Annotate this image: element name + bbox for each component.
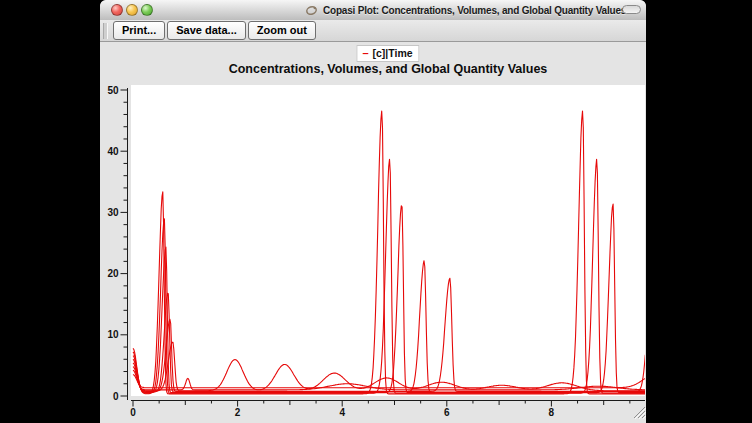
plot-canvas[interactable]: 0102030405002468 bbox=[100, 78, 646, 423]
toolbar-drag-handle[interactable] bbox=[103, 23, 108, 39]
legend[interactable]: – [c]|Time bbox=[356, 45, 419, 62]
close-button[interactable] bbox=[111, 4, 123, 16]
x-tick-label: 4 bbox=[339, 407, 345, 418]
legend-label: [c]|Time bbox=[373, 48, 413, 59]
toolbar: Print... Save data... Zoom out bbox=[100, 20, 646, 42]
zoom-out-button[interactable]: Zoom out bbox=[248, 21, 316, 40]
x-tick-label: 6 bbox=[444, 407, 450, 418]
y-tick-label: 10 bbox=[107, 329, 119, 340]
y-tick-label: 20 bbox=[107, 268, 119, 279]
legend-line-swatch: – bbox=[362, 48, 368, 59]
y-tick-label: 30 bbox=[107, 207, 119, 218]
plot-panel: – [c]|Time Concentrations, Volumes, and … bbox=[100, 42, 646, 423]
x-tick-label: 2 bbox=[235, 407, 241, 418]
save-data-button[interactable]: Save data... bbox=[167, 21, 246, 40]
print-button[interactable]: Print... bbox=[113, 21, 165, 40]
window-title: Copasi Plot: Concentrations, Volumes, an… bbox=[323, 5, 626, 16]
chart-title: Concentrations, Volumes, and Global Quan… bbox=[130, 62, 646, 76]
resize-grip[interactable] bbox=[632, 405, 646, 419]
x-tick-label: 8 bbox=[549, 407, 555, 418]
y-tick-label: 50 bbox=[107, 85, 119, 96]
plot-area bbox=[131, 85, 645, 396]
desktop-background: Copasi Plot: Concentrations, Volumes, an… bbox=[0, 0, 752, 423]
titlebar[interactable]: Copasi Plot: Concentrations, Volumes, an… bbox=[100, 0, 646, 21]
window-controls bbox=[111, 4, 153, 16]
title-group: Copasi Plot: Concentrations, Volumes, an… bbox=[305, 3, 626, 17]
copasi-icon bbox=[305, 4, 318, 17]
copasi-plot-window: Copasi Plot: Concentrations, Volumes, an… bbox=[100, 0, 646, 423]
minimize-button[interactable] bbox=[126, 4, 138, 16]
x-tick-label: 0 bbox=[130, 407, 136, 418]
y-tick-label: 40 bbox=[107, 146, 119, 157]
toolbar-toggle-button[interactable] bbox=[622, 5, 641, 14]
zoom-window-button[interactable] bbox=[141, 4, 153, 16]
y-tick-label: 0 bbox=[113, 391, 119, 402]
